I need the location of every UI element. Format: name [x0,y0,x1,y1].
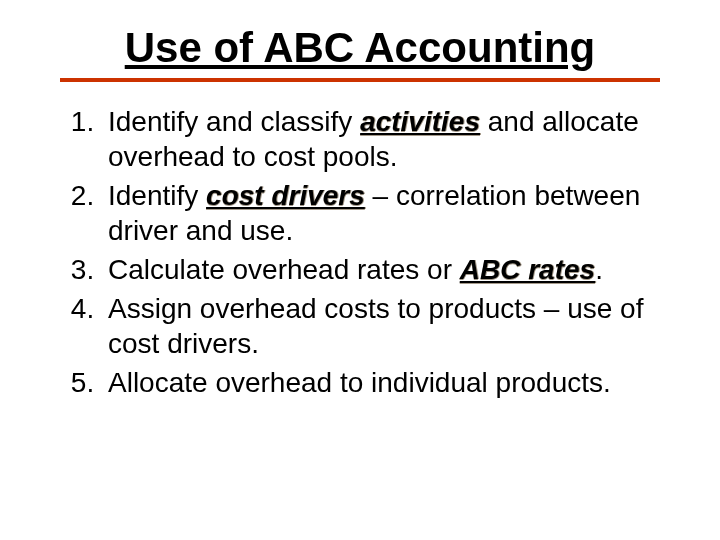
keyword: cost drivers [206,180,365,211]
bullet-list: Identify and classify activities and all… [50,104,670,400]
item-text-post: . [595,254,603,285]
slide-title: Use of ABC Accounting [125,24,596,72]
list-item: Allocate overhead to individual products… [102,365,670,400]
list-item: Identify cost drivers – correlation betw… [102,178,670,248]
item-text-pre: Identify and classify [108,106,360,137]
item-text-pre: Identify [108,180,206,211]
list-item: Calculate overhead rates or ABC rates. [102,252,670,287]
item-text-pre: Allocate overhead to individual products… [108,367,611,398]
list-item: Identify and classify activities and all… [102,104,670,174]
item-text-pre: Assign overhead costs to products – use … [108,293,643,359]
slide: Use of ABC Accounting Identify and class… [0,0,720,540]
keyword: activities [360,106,480,137]
title-underline-rule: Use of ABC Accounting [60,24,660,82]
item-text-pre: Calculate overhead rates or [108,254,460,285]
keyword: ABC rates [460,254,595,285]
list-item: Assign overhead costs to products – use … [102,291,670,361]
